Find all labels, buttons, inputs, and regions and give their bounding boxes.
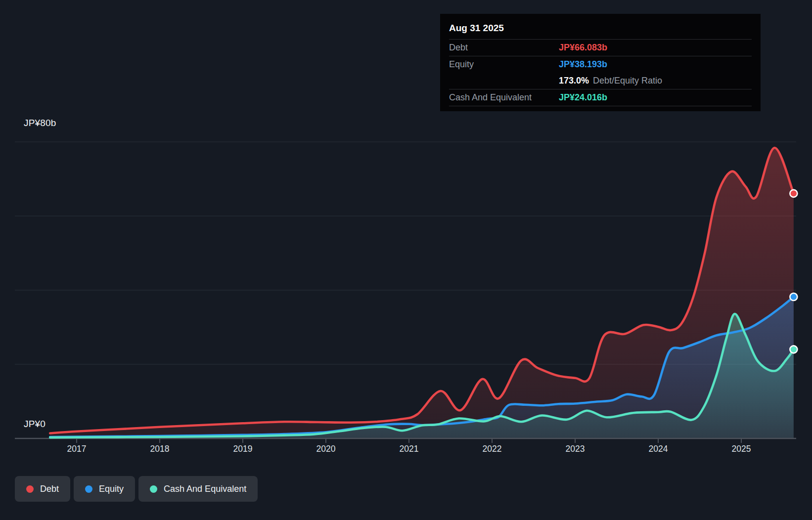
tooltip-ratio-row: 173.0%Debt/Equity Ratio [449,73,752,89]
tooltip-date: Aug 31 2025 [449,18,752,40]
x-tick-label-2017: 2017 [67,444,87,454]
x-tick-label-2023: 2023 [566,444,585,454]
y-axis-max-label: JP¥80b [24,118,56,129]
tooltip-debt-value: JP¥66.083b [559,43,607,53]
legend-cash-label: Cash And Equivalent [164,484,246,494]
tooltip-equity-value: JP¥38.193b [559,59,607,70]
debt-color-dot [26,485,34,493]
legend-item-equity[interactable]: Equity [74,476,135,502]
series-areas [50,148,794,438]
tooltip-cash-label: Cash And Equivalent [449,92,559,103]
chart-panel: JP¥80b JP¥0 2017201820192020202120222023… [0,0,812,520]
y-axis-zero-label: JP¥0 [24,419,45,430]
legend-equity-label: Equity [99,484,124,494]
x-tick-label-2020: 2020 [316,444,336,454]
chart-tooltip: Aug 31 2025 Debt JP¥66.083b Equity JP¥38… [440,14,761,111]
x-tick-label-2024: 2024 [649,444,668,454]
tooltip-equity-label: Equity [449,59,559,70]
tooltip-cash-row: Cash And Equivalent JP¥24.016b [449,89,752,106]
chart-legend: Debt Equity Cash And Equivalent [15,476,258,502]
debt-endpoint-marker[interactable] [790,190,797,197]
legend-debt-label: Debt [40,484,59,494]
tooltip-debt-row: Debt JP¥66.083b [449,40,752,56]
x-tick-label-2022: 2022 [483,444,502,454]
x-tick-label-2025: 2025 [732,444,751,454]
tooltip-ratio-label: Debt/Equity Ratio [593,76,662,86]
cash-and-equivalent-endpoint-marker[interactable] [790,346,797,353]
legend-item-debt[interactable]: Debt [15,476,70,502]
tooltip-ratio-value: 173.0% [559,76,589,86]
x-tick-label-2021: 2021 [400,444,419,454]
x-axis-line [15,438,796,443]
equity-color-dot [85,485,92,493]
x-tick-label-2019: 2019 [233,444,253,454]
equity-endpoint-marker[interactable] [790,293,797,301]
tooltip-debt-label: Debt [449,43,559,53]
tooltip-equity-row: Equity JP¥38.193b [449,56,752,73]
tooltip-cash-value: JP¥24.016b [559,92,607,103]
cash-color-dot [150,485,157,493]
x-tick-label-2018: 2018 [150,444,170,454]
legend-item-cash[interactable]: Cash And Equivalent [138,476,258,502]
